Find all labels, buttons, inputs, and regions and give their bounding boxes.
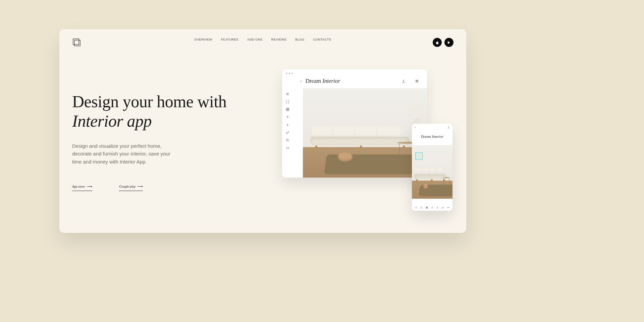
app-titlebar: ‹ Dream Interior (300, 77, 419, 85)
desktop-app-mock: ‹ Dream Interior (282, 69, 427, 178)
svg-rect-13 (427, 208, 428, 208)
edit-icon[interactable] (286, 131, 289, 134)
google-play-link[interactable]: Google play ⟶ (119, 184, 143, 191)
svg-rect-8 (288, 110, 289, 111)
website-page: OVERVIEW FEATURES ADD-ONS REVIEWS BLOG C… (59, 29, 466, 233)
nav-addons[interactable]: ADD-ONS (247, 38, 263, 41)
sofa (310, 124, 410, 145)
window-traffic-lights (286, 73, 293, 74)
mobile-title-plain: Dream (421, 134, 432, 138)
mobile-app-mock: ‹ Dream Interior (412, 124, 452, 211)
arrow-up-icon[interactable] (431, 206, 433, 209)
svg-point-9 (286, 139, 288, 141)
svg-point-4 (416, 82, 417, 82)
mobile-bottom-toolbar (412, 206, 452, 209)
grid-icon[interactable] (286, 108, 289, 111)
arrow-right-icon: ⟶ (138, 184, 143, 189)
site-header: OVERVIEW FEATURES ADD-ONS REVIEWS BLOG C… (59, 35, 466, 45)
hero-title-plain: Design your home with (72, 92, 226, 111)
app-title-italic: Interior (322, 78, 340, 84)
selection-box[interactable] (415, 152, 423, 160)
hero-cta-row: App store ⟶ Google play ⟶ (72, 184, 260, 191)
app-title-plain: Dream (306, 78, 323, 84)
hero-title: Design your home with Interior app (72, 92, 260, 131)
basket (338, 152, 353, 162)
nav-overview[interactable]: OVERVIEW (195, 38, 212, 41)
chevron-left-icon[interactable]: ‹ (415, 126, 416, 129)
nav-blog[interactable]: BLOG (295, 38, 304, 41)
google-play-button[interactable] (444, 38, 453, 47)
svg-rect-11 (427, 207, 428, 207)
svg-rect-5 (286, 108, 287, 109)
edit-icon[interactable] (442, 206, 444, 209)
app-title: Dream Interior (306, 78, 340, 84)
svg-rect-10 (426, 207, 427, 207)
arrow-up-icon[interactable] (286, 115, 289, 119)
arrow-down-icon[interactable] (436, 206, 439, 209)
chevron-left-icon[interactable]: ‹ (300, 79, 302, 83)
download-icon[interactable] (447, 126, 450, 129)
app-store-link[interactable]: App store ⟶ (72, 184, 92, 191)
download-icon[interactable] (401, 79, 406, 83)
mobile-app-title: Dream Interior (412, 134, 452, 138)
nav-reviews[interactable]: REVIEWS (271, 38, 287, 41)
grid-icon[interactable] (426, 206, 428, 209)
hero-section: Design your home with Interior app Desig… (72, 92, 260, 191)
expand-icon[interactable] (286, 100, 289, 104)
header-store-buttons (433, 38, 453, 47)
arrows-horizontal-icon[interactable] (447, 206, 449, 209)
arrows-horizontal-icon[interactable] (286, 146, 289, 150)
svg-rect-6 (288, 108, 289, 109)
search-icon[interactable] (286, 138, 289, 142)
dried-flowers (407, 104, 425, 120)
google-play-icon (447, 41, 451, 45)
window-dot-icon (289, 73, 290, 74)
app-store-link-label: App store (72, 185, 85, 188)
window-dot-icon (286, 73, 287, 74)
close-icon[interactable] (415, 206, 417, 209)
svg-rect-12 (426, 208, 427, 208)
app-left-toolbar (282, 91, 293, 150)
mobile-titlebar: ‹ (415, 126, 450, 129)
design-canvas[interactable] (303, 88, 427, 178)
svg-rect-7 (286, 110, 287, 111)
apple-store-button[interactable] (433, 38, 442, 47)
close-icon[interactable] (286, 92, 289, 96)
arrow-right-icon: ⟶ (87, 184, 92, 189)
window-dot-icon (291, 73, 293, 74)
arrow-down-icon[interactable] (286, 123, 289, 127)
settings-sliders-icon[interactable] (415, 79, 419, 83)
svg-point-2 (416, 80, 417, 81)
expand-icon[interactable] (420, 206, 423, 209)
svg-point-3 (417, 81, 418, 81)
google-play-link-label: Google play (119, 185, 136, 188)
hero-subtitle: Design and visualize your perfect home, … (72, 142, 179, 166)
apple-icon (435, 41, 439, 45)
nav-contacts[interactable]: CONTACTS (313, 38, 331, 41)
nav-features[interactable]: FEATURES (221, 38, 238, 41)
mobile-title-italic: Interior (432, 134, 443, 138)
main-nav: OVERVIEW FEATURES ADD-ONS REVIEWS BLOG C… (59, 38, 466, 41)
hero-title-italic: Interior app (72, 112, 152, 130)
